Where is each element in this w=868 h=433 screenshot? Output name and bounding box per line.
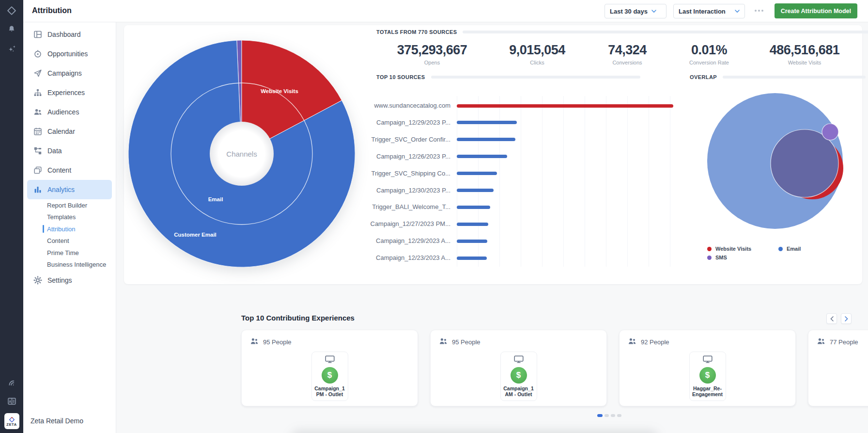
- bottom-overlay-shadow: [291, 431, 659, 433]
- experience-node[interactable]: $ Haggar_Re- Engagement: [689, 352, 726, 401]
- rail-bottom-icons: ZETA: [0, 377, 23, 429]
- attribution-model-select[interactable]: Last Interaction: [673, 4, 745, 18]
- source-label[interactable]: Campaign_12/29/2023 P...: [325, 119, 450, 126]
- sidebar-item-content[interactable]: Content: [27, 160, 112, 180]
- pagination-dot-1[interactable]: [597, 414, 603, 417]
- sidebar-item-experiences[interactable]: Experiences: [27, 83, 112, 102]
- attribution-panel: Website VisitsEmailCustomer Email Channe…: [124, 25, 862, 284]
- chevron-left-icon: [830, 316, 834, 321]
- experience-card-4[interactable]: 77 People $ Campaign_1 PM - Outlet: [808, 330, 868, 406]
- sitemap-icon: [33, 88, 42, 97]
- notifications-bell-icon[interactable]: [6, 24, 17, 35]
- sidebar-subitem-label: Report Builder: [47, 202, 87, 209]
- more-options-icon[interactable]: [755, 10, 763, 12]
- top-sources-section-header: TOP 10 SOURCES: [376, 74, 640, 80]
- sidebar-item-opportunities[interactable]: Opportunities: [27, 44, 112, 64]
- zeta-logo[interactable]: ZETA: [4, 413, 19, 429]
- source-label[interactable]: Trigger_SVC_Order Confir...: [325, 136, 450, 143]
- source-bar: [457, 121, 517, 124]
- carousel-prev-button[interactable]: [826, 313, 837, 324]
- icon-rail: ZETA: [0, 0, 23, 433]
- stat-conversion-rate: 0.01%Conversion Rate: [689, 43, 729, 65]
- sidebar-subitem-templates[interactable]: Templates: [23, 211, 116, 224]
- pagination-dot-2[interactable]: [604, 414, 609, 417]
- chevron-right-icon: [845, 316, 848, 321]
- sidebar-subitem-content[interactable]: Content: [23, 235, 116, 247]
- experiences-heading: Top 10 Contributing Experiences: [241, 314, 355, 322]
- overlap-venn-chart: [698, 88, 857, 239]
- sidebar-item-label: Analytics: [47, 186, 75, 193]
- glossary-book-icon[interactable]: [6, 395, 17, 407]
- sidebar-item-label: Dashboard: [47, 31, 81, 38]
- sunburst-label-email: Email: [208, 196, 223, 202]
- source-label[interactable]: Campaign_12/26/2023 P...: [325, 153, 450, 160]
- experience-card-2[interactable]: 95 People $ Campaign_1 AM - Outlet: [430, 330, 607, 406]
- sidebar-item-analytics[interactable]: Analytics: [27, 180, 112, 199]
- pages-icon: [33, 166, 42, 175]
- opportunities-target-icon: [33, 49, 42, 58]
- stat-clicks: 9,015,054Clicks: [509, 43, 565, 65]
- zeta-mark-icon[interactable]: [6, 5, 17, 16]
- source-label[interactable]: Trigger_BALI_Welcome_T...: [325, 203, 450, 210]
- source-label[interactable]: Campaign_12/29/2023 A...: [325, 237, 450, 244]
- sidebar-subitem-label: Attribution: [47, 225, 76, 233]
- data-flow-icon: [33, 146, 42, 155]
- experience-name: Campaign_1 AM - Outlet: [503, 385, 533, 397]
- experience-card-1[interactable]: 95 People $ Campaign_1 PM - Outlet: [241, 330, 418, 406]
- legend-item-sms: SMS: [707, 255, 727, 260]
- paper-plane-icon: [33, 69, 42, 78]
- source-bar: [457, 206, 490, 209]
- sidebar-subitem-report-builder[interactable]: Report Builder: [23, 199, 116, 211]
- stat-label: Opens: [397, 60, 467, 65]
- source-bar: [457, 257, 487, 260]
- stat-label: Website Visits: [770, 60, 840, 65]
- source-bar: [457, 172, 497, 175]
- experience-name: Haggar_Re- Engagement: [692, 385, 723, 397]
- carousel-next-button[interactable]: [841, 313, 852, 324]
- sidebar-item-settings[interactable]: Settings: [27, 271, 112, 290]
- sidebar-item-campaigns[interactable]: Campaigns: [27, 64, 112, 83]
- sidebar-subitem-label: Templates: [47, 213, 76, 221]
- source-label[interactable]: Campaign_12/27/2023 PM...: [325, 220, 450, 227]
- monitor-icon: [703, 355, 713, 365]
- pagination-dot-4[interactable]: [617, 414, 621, 417]
- page-title: Attribution: [32, 6, 72, 15]
- people-count: 92 People: [641, 338, 669, 346]
- source-label[interactable]: www.sundancecatalog.com: [325, 102, 450, 109]
- sidebar-subitem-attribution[interactable]: Attribution: [23, 223, 116, 235]
- chevron-down-icon: [735, 10, 740, 13]
- sidebar-item-label: Opportunities: [47, 50, 88, 58]
- stat-value: 9,015,054: [509, 43, 565, 58]
- top-sources-header-rule: [431, 76, 640, 79]
- app-root: ZETA Attribution Last 30 days Last Inter…: [0, 0, 868, 433]
- sparkles-icon[interactable]: [6, 43, 17, 54]
- monitor-icon: [514, 355, 524, 365]
- signal-icon[interactable]: [6, 377, 17, 389]
- sidebar-item-label: Audiences: [47, 108, 79, 116]
- legend-swatch: [707, 256, 712, 260]
- experience-node[interactable]: $ Campaign_1 AM - Outlet: [500, 352, 537, 401]
- workspace-label[interactable]: Zeta Retail Demo: [31, 417, 83, 425]
- source-bar: [457, 104, 673, 108]
- sidebar-item-data[interactable]: Data: [27, 141, 112, 160]
- source-bar: [457, 138, 515, 141]
- sidebar-item-audiences[interactable]: Audiences: [27, 102, 112, 122]
- sidebar-subitem-prime-time[interactable]: Prime Time: [23, 247, 116, 259]
- sidebar-item-calendar[interactable]: Calendar: [27, 122, 112, 141]
- source-label[interactable]: Campaign_12/30/2023 P...: [325, 187, 450, 194]
- legend-swatch: [707, 247, 712, 251]
- source-label[interactable]: Trigger_SVC_Shipping Co...: [325, 170, 450, 177]
- people-count: 95 People: [263, 338, 292, 346]
- pagination-dot-3[interactable]: [611, 414, 615, 417]
- sidebar-subitem-business-intelligence[interactable]: Business Intelligence: [23, 259, 116, 271]
- source-label[interactable]: Campaign_12/23/2023 A...: [325, 254, 450, 261]
- legend-item-email: Email: [778, 246, 801, 252]
- experience-card-3[interactable]: 92 People $ Haggar_Re- Engagement: [619, 330, 796, 406]
- experience-node[interactable]: $ Campaign_1 PM - Outlet: [311, 352, 348, 401]
- sidebar-nav: DashboardOpportunitiesCampaignsExperienc…: [23, 22, 116, 433]
- create-attribution-model-button[interactable]: Create Attribution Model: [775, 3, 857, 18]
- stat-website-visits: 486,516,681Website Visits: [770, 43, 840, 65]
- people-icon: [33, 108, 42, 116]
- sidebar-item-dashboard[interactable]: Dashboard: [27, 25, 112, 44]
- date-range-select[interactable]: Last 30 days: [604, 4, 666, 18]
